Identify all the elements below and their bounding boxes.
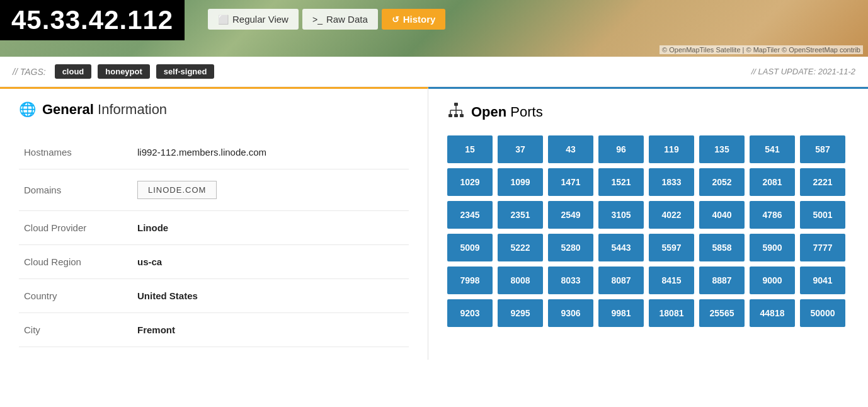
main-content: 🌐 General Information Hostnames li992-11… xyxy=(0,87,868,360)
general-info-title: 🌐 General Information xyxy=(19,101,409,118)
domain-badge[interactable]: LINODE.COM xyxy=(137,181,217,199)
port-cell[interactable]: 1521 xyxy=(598,168,644,196)
open-ports-panel: Open Ports 15374396119135541587102910991… xyxy=(428,87,868,360)
port-cell[interactable]: 119 xyxy=(649,135,694,163)
tags-bar: // TAGS: cloud honeypot self-signed // L… xyxy=(0,57,868,87)
port-cell[interactable]: 135 xyxy=(699,135,745,163)
port-cell[interactable]: 5009 xyxy=(447,234,493,261)
last-update: // LAST UPDATE: 2021-11-2 xyxy=(751,67,855,76)
tab-history[interactable]: ↺ History xyxy=(382,9,446,30)
port-cell[interactable]: 4022 xyxy=(649,201,694,229)
hostnames-value: li992-112.members.linode.com xyxy=(132,135,409,169)
port-cell[interactable]: 25565 xyxy=(699,299,745,327)
port-cell[interactable]: 5280 xyxy=(548,234,593,261)
table-row: Cloud Provider Linode xyxy=(19,211,409,245)
port-cell[interactable]: 7998 xyxy=(447,267,493,294)
port-cell[interactable]: 1029 xyxy=(447,168,493,196)
tags-prefix: // TAGS: xyxy=(13,67,46,77)
tag-honeypot[interactable]: honeypot xyxy=(98,64,150,79)
general-info-panel: 🌐 General Information Hostnames li992-11… xyxy=(0,87,428,360)
port-cell[interactable]: 9041 xyxy=(800,267,845,294)
tags-left: // TAGS: cloud honeypot self-signed xyxy=(13,64,214,79)
cloud-region-value: us-ca xyxy=(132,245,409,279)
port-cell[interactable]: 2351 xyxy=(498,201,543,229)
domains-label: Domains xyxy=(19,169,132,211)
port-cell[interactable]: 8033 xyxy=(548,267,593,294)
hostnames-label: Hostnames xyxy=(19,135,132,169)
port-cell[interactable]: 9000 xyxy=(750,267,795,294)
history-icon: ↺ xyxy=(392,14,399,25)
port-cell[interactable]: 2052 xyxy=(699,168,745,196)
port-cell[interactable]: 3105 xyxy=(598,201,644,229)
port-cell[interactable]: 5900 xyxy=(750,234,795,261)
network-icon xyxy=(447,101,465,123)
city-value: Fremont xyxy=(132,313,409,347)
port-cell[interactable]: 43 xyxy=(548,135,593,163)
port-cell[interactable]: 8887 xyxy=(699,267,745,294)
open-ports-title: Open Ports xyxy=(447,101,849,123)
port-cell[interactable]: 1833 xyxy=(649,168,694,196)
cloud-provider-value: Linode xyxy=(132,211,409,245)
country-label: Country xyxy=(19,279,132,313)
port-cell[interactable]: 7777 xyxy=(800,234,845,261)
port-cell[interactable]: 541 xyxy=(750,135,795,163)
table-row: Hostnames li992-112.members.linode.com xyxy=(19,135,409,169)
map-attribution: © OpenMapTiles Satellite | © MapTiler © … xyxy=(660,45,863,54)
map-header: 45.33.42.112 ⬜ Regular View >_ Raw Data … xyxy=(0,0,868,57)
country-value: United States xyxy=(132,279,409,313)
tag-cloud[interactable]: cloud xyxy=(55,64,92,79)
ports-grid: 1537439611913554158710291099147115211833… xyxy=(447,135,849,327)
port-cell[interactable]: 8087 xyxy=(598,267,644,294)
tab-bar: ⬜ Regular View >_ Raw Data ↺ History xyxy=(208,9,445,30)
port-cell[interactable]: 8415 xyxy=(649,267,694,294)
port-cell[interactable]: 2345 xyxy=(447,201,493,229)
svg-rect-3 xyxy=(460,114,464,117)
domains-value: LINODE.COM xyxy=(132,169,409,211)
port-cell[interactable]: 15 xyxy=(447,135,493,163)
tab-raw-data[interactable]: >_ Raw Data xyxy=(302,9,378,30)
port-cell[interactable]: 4040 xyxy=(699,201,745,229)
port-cell[interactable]: 50000 xyxy=(800,299,845,327)
svg-rect-1 xyxy=(448,114,452,117)
port-cell[interactable]: 44818 xyxy=(750,299,795,327)
port-cell[interactable]: 5443 xyxy=(598,234,644,261)
port-cell[interactable]: 9295 xyxy=(498,299,543,327)
regular-view-icon: ⬜ xyxy=(218,14,229,25)
port-cell[interactable]: 37 xyxy=(498,135,543,163)
svg-rect-2 xyxy=(454,114,458,117)
port-cell[interactable]: 5597 xyxy=(649,234,694,261)
tag-self-signed[interactable]: self-signed xyxy=(156,64,215,79)
port-cell[interactable]: 9306 xyxy=(548,299,593,327)
city-label: City xyxy=(19,313,132,347)
table-row: Cloud Region us-ca xyxy=(19,245,409,279)
cloud-provider-label: Cloud Provider xyxy=(19,211,132,245)
port-cell[interactable]: 2549 xyxy=(548,201,593,229)
raw-data-icon: >_ xyxy=(312,14,323,25)
globe-icon: 🌐 xyxy=(19,101,36,118)
info-table: Hostnames li992-112.members.linode.com D… xyxy=(19,135,409,347)
cloud-region-label: Cloud Region xyxy=(19,245,132,279)
ip-address: 45.33.42.112 xyxy=(0,0,185,40)
port-cell[interactable]: 1099 xyxy=(498,168,543,196)
port-cell[interactable]: 5001 xyxy=(800,201,845,229)
port-cell[interactable]: 5858 xyxy=(699,234,745,261)
table-row: Domains LINODE.COM xyxy=(19,169,409,211)
port-cell[interactable]: 2081 xyxy=(750,168,795,196)
port-cell[interactable]: 9981 xyxy=(598,299,644,327)
port-cell[interactable]: 4786 xyxy=(750,201,795,229)
port-cell[interactable]: 18081 xyxy=(649,299,694,327)
port-cell[interactable]: 8008 xyxy=(498,267,543,294)
tab-regular-view[interactable]: ⬜ Regular View xyxy=(208,9,299,30)
port-cell[interactable]: 5222 xyxy=(498,234,543,261)
port-cell[interactable]: 2221 xyxy=(800,168,845,196)
svg-rect-0 xyxy=(454,103,458,106)
port-cell[interactable]: 9203 xyxy=(447,299,493,327)
port-cell[interactable]: 1471 xyxy=(548,168,593,196)
table-row: City Fremont xyxy=(19,313,409,347)
table-row: Country United States xyxy=(19,279,409,313)
port-cell[interactable]: 96 xyxy=(598,135,644,163)
port-cell[interactable]: 587 xyxy=(800,135,845,163)
